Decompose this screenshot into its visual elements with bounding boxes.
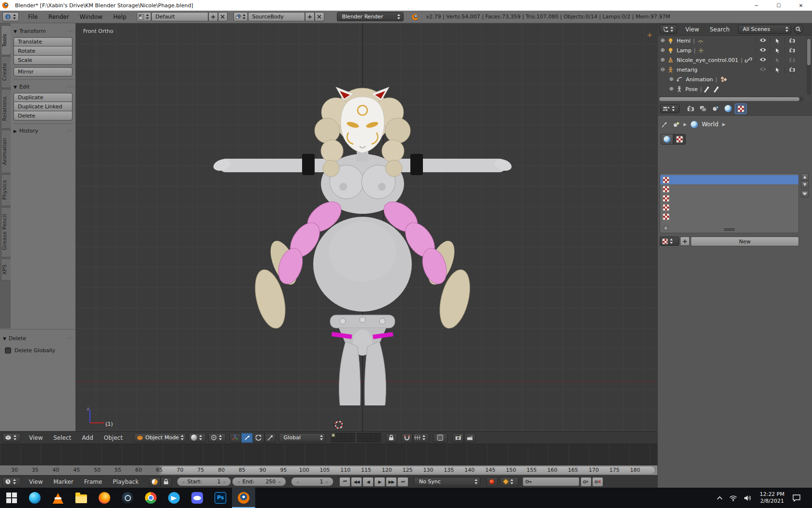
taskbar-app-blender[interactable] — [232, 488, 255, 508]
speaker-icon[interactable] — [744, 495, 752, 501]
jump-to-start-button[interactable]: ⏮ — [339, 477, 350, 487]
snap-magnet-button[interactable] — [401, 433, 413, 443]
tab-render[interactable] — [684, 104, 696, 114]
add-texture-button[interactable] — [680, 237, 690, 246]
menu-window[interactable]: Window — [74, 14, 108, 20]
screen-layout-icon-button[interactable] — [137, 12, 151, 21]
keying-mode-selector[interactable] — [500, 477, 519, 486]
renderable-camera-icon[interactable] — [784, 38, 799, 44]
add-scene-button[interactable] — [305, 12, 315, 21]
timeline-ruler[interactable]: 3035404550556065707580859095100105110115… — [0, 465, 657, 475]
panel-transform-header[interactable]: ▼ Transform — [14, 27, 73, 35]
lock-range-button[interactable] — [160, 477, 172, 487]
list-add-icon[interactable]: + — [663, 225, 669, 231]
menu-file[interactable]: File — [23, 14, 43, 20]
add-layout-button[interactable] — [208, 12, 218, 21]
region-expand-plus-icon[interactable]: + — [646, 31, 653, 39]
taskbar-app-chrome[interactable] — [139, 488, 162, 508]
scene-icon-button[interactable] — [233, 12, 248, 21]
tab-animation[interactable]: Animation — [1, 130, 11, 173]
taskbar-app-firefox[interactable] — [93, 488, 116, 508]
delete-button[interactable]: Delete — [14, 111, 72, 120]
frame-start-field[interactable]: ◂ Start: 1 ▸ — [177, 477, 231, 486]
maximize-button[interactable]: ☐ — [768, 0, 790, 11]
stepper-left-icon[interactable]: ◂ — [296, 479, 299, 484]
menu-render[interactable]: Render — [43, 14, 74, 20]
texture-slot-row[interactable] — [660, 175, 798, 184]
screen-layout-selector[interactable]: Default — [151, 12, 208, 21]
layers-widget[interactable] — [331, 433, 381, 442]
view3d-menu-select[interactable]: Select — [48, 434, 76, 441]
visibility-eye-icon[interactable] — [755, 38, 770, 44]
scene-selector[interactable]: SourceBody — [248, 12, 305, 21]
outliner-horizontal-scrollbar[interactable] — [659, 97, 804, 102]
expand-icon[interactable]: ⊕ — [660, 57, 666, 63]
taskbar-app-start[interactable] — [0, 488, 23, 508]
delete-scene-button[interactable] — [315, 12, 324, 21]
outliner-editor-type-button[interactable] — [660, 25, 677, 34]
current-frame-field[interactable]: ◂ 1 ▸ — [291, 477, 334, 486]
taskbar-app-photoshop[interactable] — [209, 488, 232, 508]
mirror-button[interactable]: Mirror — [14, 67, 72, 76]
pivot-point-selector[interactable] — [208, 433, 226, 442]
tab-relations[interactable]: Relations — [1, 89, 11, 129]
taskbar-app-steam[interactable] — [116, 488, 139, 508]
panel-history-header[interactable]: ▶ History — [14, 127, 73, 135]
stepper-left-icon[interactable]: ◂ — [237, 479, 240, 484]
world-texture-context-button[interactable] — [661, 134, 673, 145]
panel-grip-icon[interactable] — [67, 30, 73, 33]
timeline-editor-type-button[interactable] — [2, 477, 21, 486]
expand-icon[interactable]: ⊕ — [668, 86, 674, 92]
view3d-menu-add[interactable]: Add — [77, 434, 99, 441]
proportional-edit-selector[interactable] — [433, 433, 448, 443]
wifi-icon[interactable] — [729, 495, 737, 501]
move-slot-up-button[interactable]: ▲ — [801, 173, 809, 180]
pin-icon[interactable] — [662, 121, 668, 128]
expand-icon[interactable]: ⊕ — [660, 38, 666, 44]
minimize-button[interactable]: ─ — [745, 0, 768, 11]
panel-grip-icon[interactable] — [67, 129, 73, 133]
view3d-editor-type-button[interactable] — [2, 433, 21, 442]
hemi-lamp-data-icon[interactable] — [697, 38, 704, 44]
keying-set-field[interactable] — [522, 477, 580, 486]
editor-type-selector[interactable]: i — [2, 12, 19, 21]
timeline-canvas[interactable] — [0, 444, 657, 465]
view3d-menu-view[interactable]: View — [24, 434, 48, 441]
outliner-filter-selector[interactable]: All Scenes — [738, 25, 791, 34]
translate-manipulator-button[interactable] — [241, 433, 253, 443]
outliner-item-hemi[interactable]: ⊕ Hemi | — [658, 36, 806, 45]
move-slot-down-button[interactable]: ▼ — [801, 181, 809, 188]
visibility-eye-icon[interactable] — [755, 57, 770, 63]
timeline-menu-view[interactable]: View — [24, 478, 48, 485]
texture-slot-row[interactable] — [660, 184, 798, 194]
menu-help[interactable]: Help — [108, 14, 131, 20]
rotate-manipulator-button[interactable] — [253, 433, 264, 443]
action-center-icon[interactable] — [793, 494, 800, 502]
close-button[interactable]: ✕ — [790, 0, 812, 11]
selectable-cursor-icon[interactable] — [770, 47, 784, 54]
tab-create[interactable]: Create — [1, 56, 11, 88]
panel-grip-icon[interactable] — [67, 85, 73, 89]
preview-range-button[interactable] — [149, 477, 160, 487]
delete-keyframe-button[interactable] — [592, 477, 603, 487]
rotate-button[interactable]: Rotate — [14, 46, 72, 56]
timeline-menu-frame[interactable]: Frame — [79, 478, 107, 485]
renderable-camera-icon[interactable] — [784, 47, 799, 54]
outliner-search-button[interactable] — [794, 25, 803, 34]
snap-element-selector[interactable] — [413, 433, 429, 443]
collapse-icon[interactable]: ⊖ — [660, 67, 666, 73]
new-texture-button[interactable]: New — [691, 237, 799, 246]
insert-keyframe-button[interactable] — [580, 477, 592, 487]
taskbar-app-discord[interactable] — [186, 488, 209, 508]
tab-xps[interactable]: XPS — [1, 258, 11, 281]
jump-prev-keyframe-button[interactable]: ◀◀ — [351, 477, 362, 487]
mode-selector[interactable]: Object Mode — [134, 433, 186, 442]
scene-breadcrumb-icon[interactable] — [673, 121, 680, 128]
duplicate-linked-button[interactable]: Duplicate Linked — [14, 102, 72, 111]
viewport-shading-selector[interactable] — [188, 433, 206, 442]
outliner-vertical-scrollbar[interactable] — [807, 38, 811, 95]
selectable-cursor-icon[interactable] — [770, 38, 784, 44]
taskbar-app-vlc[interactable] — [46, 488, 70, 508]
selectable-cursor-icon[interactable] — [770, 67, 784, 73]
auto-keyframe-record-button[interactable] — [486, 477, 498, 487]
